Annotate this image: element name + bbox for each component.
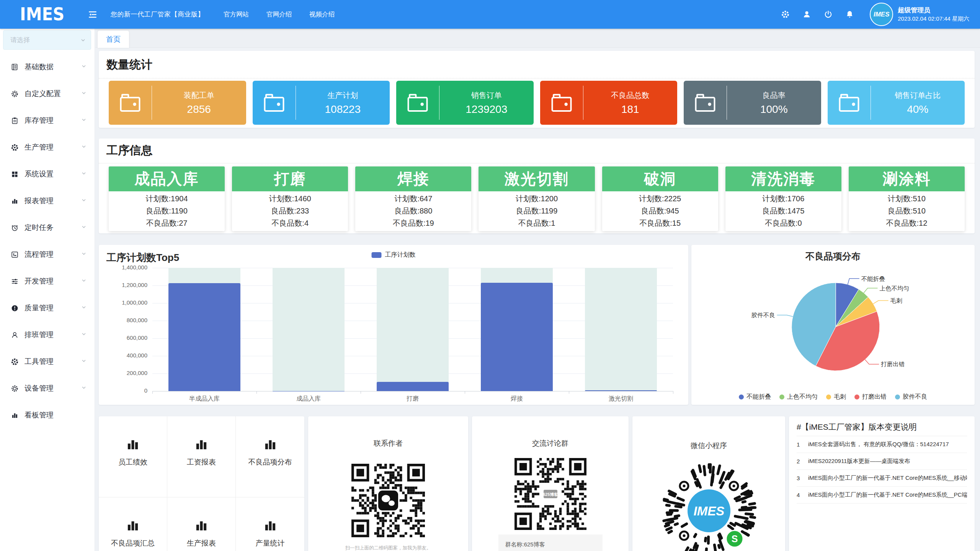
report-shortcut-不良品项汇总[interactable]: 不良品项汇总 (99, 497, 167, 551)
sidebar-item-工具管理[interactable]: 工具管理 (0, 348, 95, 375)
plan-count: 计划数:1200 (479, 192, 595, 205)
avatar[interactable]: IMES (870, 3, 893, 26)
good-count: 良品数:880 (355, 205, 471, 217)
y-axis-label: 200,000 (105, 370, 147, 376)
bar-打磨[interactable] (377, 382, 449, 391)
sidebar-item-库存管理[interactable]: 库存管理 (0, 107, 95, 134)
y-axis-label: 1,200,000 (105, 282, 147, 288)
bar-焊接[interactable] (481, 283, 553, 391)
settings-icon[interactable] (781, 10, 790, 19)
stat-label: 不良品总数 (611, 90, 649, 101)
report-shortcut-生产报表[interactable]: 生产报表 (167, 497, 236, 551)
stat-value: 181 (621, 103, 639, 116)
process-card-清洗消毒[interactable]: 清洗消毒 计划数:1706 良品数:1475 不良品数:0 (725, 166, 841, 231)
report-shortcut-工资报表[interactable]: 工资报表 (167, 416, 236, 497)
sidebar-item-生产管理[interactable]: 生产管理 (0, 134, 95, 161)
tab-home-label: 首页 (106, 34, 121, 44)
good-count: 良品数:1199 (479, 205, 595, 217)
stat-card-良品率[interactable]: 良品率 100% (684, 81, 821, 125)
bar-成品入库[interactable] (273, 391, 345, 391)
sidebar-item-label: 排班管理 (24, 330, 81, 340)
contact-author-title: 联系作者 (308, 416, 468, 448)
pie-label-line (864, 288, 877, 293)
imes-dashboard: IMES 您的新一代工厂管家【商业版】 官方网站官网介绍视频介绍 IMES 超级… (0, 0, 980, 551)
plan-count: 计划数:1706 (725, 192, 841, 205)
legend-dot (826, 395, 831, 399)
y-axis-label: 400,000 (105, 352, 147, 359)
nav-link-官网介绍[interactable]: 官网介绍 (266, 10, 292, 19)
bar-半成品入库[interactable] (168, 283, 240, 391)
process-card-打磨[interactable]: 打磨 计划数:1460 良品数:233 不良品数:4 (232, 166, 348, 231)
power-icon[interactable] (824, 10, 833, 19)
menu-fold-icon[interactable] (88, 10, 98, 20)
chevron-down-icon (81, 170, 87, 178)
sidebar-item-label: 自定义配置 (24, 89, 81, 99)
defect-count: 不良品数:12 (849, 217, 965, 229)
bar-chart-icon (11, 411, 19, 419)
sidebar-item-定时任务[interactable]: 定时任务 (0, 214, 95, 241)
stat-label: 销售订单 (471, 90, 502, 101)
report-shortcut-不良品项分布[interactable]: 不良品项分布 (236, 416, 304, 497)
pie-legend-打磨出错[interactable]: 打磨出错 (854, 393, 887, 401)
sidebar-item-流程管理[interactable]: 流程管理 (0, 241, 95, 268)
pie-chart-panel: 不良品项分布 不能折叠上色不均匀毛刺打磨出错胶件不良 不能折叠上色不均匀毛刺打磨… (691, 245, 975, 405)
process-panel: 工序信息 成品入库 计划数:1904 良品数:1190 不良品数:27 打磨 计… (99, 139, 975, 233)
stat-card-装配工单[interactable]: 装配工单 2856 (109, 81, 246, 125)
miniprogram-qr-code: IMES S (632, 463, 785, 551)
pie-chart-legend: 不能折叠上色不均匀毛刺打磨出错胶件不良 (691, 393, 975, 401)
pie-legend-不能折叠[interactable]: 不能折叠 (739, 393, 771, 401)
stat-card-生产计划[interactable]: 生产计划 108223 (253, 81, 390, 125)
sidebar-item-基础数据[interactable]: 基础数据 (0, 54, 95, 80)
defect-count: 不良品数:0 (725, 217, 841, 229)
process-card-涮涂料[interactable]: 涮涂料 计划数:510 良品数:510 不良品数:12 (849, 166, 965, 231)
stat-card-销售订单占比[interactable]: 销售订单占比 40% (828, 81, 965, 125)
group-info-box: 群名称:625博客 群 号:200884004 (498, 535, 603, 551)
sidebar-item-系统设置[interactable]: 系统设置 (0, 161, 95, 187)
versions-panel: #【iMES工厂管家】版本变更说明 1iMES全套源码出售， 有意的联系QQ/微… (789, 416, 975, 551)
process-title: 工序信息 (99, 139, 975, 163)
stats-title: 数量统计 (99, 51, 975, 78)
process-card-成品入库[interactable]: 成品入库 计划数:1904 良品数:1190 不良品数:27 (109, 166, 225, 231)
pie-legend-毛刺[interactable]: 毛刺 (826, 393, 846, 401)
pie-label: 打磨出错 (880, 361, 905, 367)
report-shortcut-产量统计[interactable]: 产量统计 (236, 497, 304, 551)
chevron-down-icon (81, 357, 87, 366)
pie-legend-上色不均匀[interactable]: 上色不均匀 (779, 393, 818, 401)
chevron-down-icon (81, 331, 87, 339)
sidebar-item-设备管理[interactable]: 设备管理 (0, 375, 95, 402)
sidebar-item-开发管理[interactable]: 开发管理 (0, 268, 95, 295)
stat-label: 销售订单占比 (895, 90, 941, 101)
sidebar-search-select[interactable]: 请选择 (3, 30, 91, 50)
bell-icon[interactable] (845, 10, 854, 19)
tab-home[interactable]: 首页 (98, 31, 129, 48)
select-placeholder: 请选择 (10, 36, 30, 44)
bar-chart-plot: 0200,000400,000600,000800,0001,000,0001,… (152, 268, 673, 391)
sidebar-item-质量管理[interactable]: 质量管理 (0, 295, 95, 321)
stat-card-销售订单[interactable]: 销售订单 1239203 (396, 81, 534, 125)
bar-background-band (585, 268, 657, 391)
chevron-down-icon (81, 304, 87, 312)
process-card-焊接[interactable]: 焊接 计划数:647 良品数:880 不良品数:19 (355, 166, 471, 231)
process-card-激光切割[interactable]: 激光切割 计划数:1200 良品数:1199 不良品数:1 (479, 166, 595, 231)
bar-chart-panel: 工序计划数Top5 工序计划数 0200,000400,000600,00080… (99, 245, 688, 405)
user-icon[interactable] (802, 10, 811, 19)
clipboard-icon (11, 117, 19, 125)
sidebar-item-看板管理[interactable]: 看板管理 (0, 402, 95, 429)
chevron-down-icon (81, 90, 87, 98)
good-count: 良品数:945 (602, 205, 718, 217)
sidebar-item-排班管理[interactable]: 排班管理 (0, 321, 95, 348)
nav-link-视频介绍[interactable]: 视频介绍 (309, 10, 335, 19)
pie-legend-胶件不良[interactable]: 胶件不良 (895, 393, 927, 401)
report-label: 不良品项汇总 (111, 538, 155, 548)
process-card-破洞[interactable]: 破洞 计划数:2225 良品数:945 不良品数:15 (602, 166, 718, 231)
report-shortcut-员工绩效[interactable]: 员工绩效 (99, 416, 167, 497)
stat-value: 100% (760, 103, 788, 116)
x-axis-label: 成品入库 (270, 395, 347, 403)
nav-link-官方网站[interactable]: 官方网站 (224, 10, 249, 19)
bar-激光切割[interactable] (585, 390, 657, 391)
bar-chart-legend[interactable]: 工序计划数 (372, 251, 416, 259)
sidebar-item-label: 看板管理 (24, 410, 87, 420)
sidebar-item-自定义配置[interactable]: 自定义配置 (0, 80, 95, 107)
sidebar-item-报表管理[interactable]: 报表管理 (0, 187, 95, 214)
stat-card-不良品总数[interactable]: 不良品总数 181 (540, 81, 678, 125)
